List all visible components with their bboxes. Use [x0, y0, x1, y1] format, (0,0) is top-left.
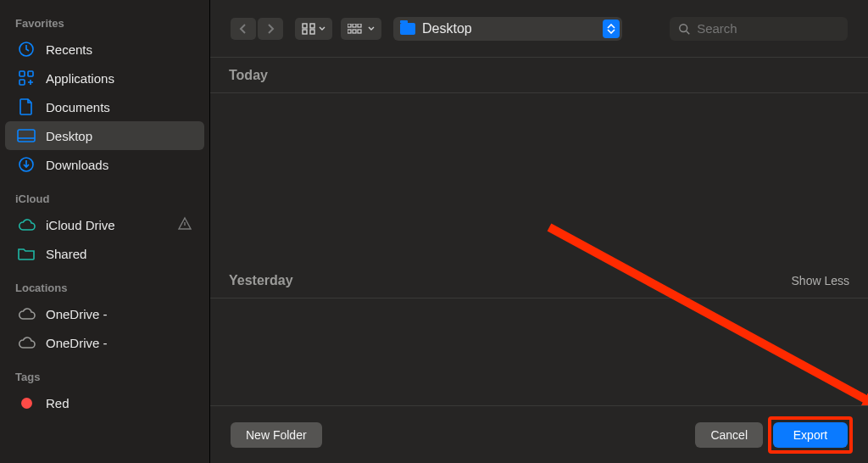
cancel-button[interactable]: Cancel — [695, 422, 763, 448]
sidebar-item-desktop[interactable]: Desktop — [5, 121, 204, 150]
group-label: Today — [229, 68, 268, 83]
svg-rect-13 — [348, 30, 351, 33]
sidebar-item-label: OneDrive - — [46, 307, 108, 321]
cloud-outline-icon — [17, 305, 36, 322]
sidebar-item-label: OneDrive - — [46, 336, 108, 350]
sidebar-item-label: Desktop — [46, 129, 92, 143]
group-body-yesterday[interactable] — [210, 298, 868, 392]
group-header-yesterday: Yesterday Show Less — [210, 263, 868, 298]
svg-rect-1 — [19, 71, 25, 76]
location-stepper-icon — [603, 20, 620, 38]
sidebar-item-icloud-drive[interactable]: iCloud Drive — [5, 210, 204, 239]
sidebar-item-tag-red[interactable]: Red — [5, 388, 204, 417]
sidebar-section-tags: Tags — [0, 367, 209, 388]
svg-point-16 — [680, 24, 687, 31]
nav-forward-button[interactable] — [258, 18, 283, 40]
sidebar-item-onedrive-2[interactable]: OneDrive - — [5, 328, 204, 357]
cloud-outline-icon — [17, 334, 36, 351]
clock-icon — [17, 41, 36, 58]
svg-rect-3 — [19, 80, 25, 85]
sidebar-section-icloud: iCloud — [0, 189, 209, 210]
sidebar-section-locations: Locations — [0, 278, 209, 299]
location-label: Desktop — [422, 21, 472, 36]
sidebar-item-onedrive-1[interactable]: OneDrive - — [5, 299, 204, 328]
nav-back-button[interactable] — [231, 18, 256, 40]
folder-icon — [400, 23, 415, 35]
sidebar-item-applications[interactable]: Applications — [5, 64, 204, 92]
search-field[interactable] — [670, 17, 848, 41]
svg-rect-10 — [348, 24, 351, 27]
apps-icon — [17, 70, 36, 86]
sidebar-item-label: Shared — [46, 247, 86, 261]
svg-rect-8 — [303, 30, 307, 34]
chevron-down-icon — [319, 26, 326, 31]
annotation-highlight-box — [768, 416, 853, 454]
location-popup[interactable]: Desktop — [393, 17, 622, 41]
search-input[interactable] — [697, 21, 839, 36]
svg-rect-15 — [358, 30, 361, 33]
tag-dot-icon — [17, 394, 36, 411]
svg-rect-14 — [353, 30, 356, 33]
group-body-today[interactable] — [210, 93, 868, 263]
shared-folder-icon — [17, 245, 36, 262]
warning-icon — [177, 216, 192, 234]
main-pane: Desktop Today Yesterday Show Less — [210, 0, 868, 463]
sidebar-item-label: Applications — [46, 71, 114, 86]
view-mode-icons-button[interactable] — [295, 18, 332, 40]
toolbar: Desktop — [210, 0, 868, 58]
show-less-button[interactable]: Show Less — [792, 274, 849, 287]
sidebar-section-favorites: Favorites — [0, 14, 209, 35]
file-browser-content: Today Yesterday Show Less — [210, 58, 868, 405]
sidebar-item-label: Red — [46, 396, 70, 410]
group-header-today: Today — [210, 58, 868, 93]
cloud-icon — [17, 216, 36, 233]
svg-rect-2 — [28, 71, 33, 76]
sidebar-item-label: Recents — [46, 42, 92, 57]
svg-rect-6 — [303, 24, 307, 28]
sidebar-item-label: Documents — [46, 100, 110, 114]
sidebar: Favorites Recents Applications Documents… — [0, 0, 210, 463]
sidebar-item-label: iCloud Drive — [46, 218, 115, 232]
search-icon — [678, 22, 690, 36]
chevron-down-icon — [368, 26, 375, 31]
group-label: Yesterday — [229, 273, 293, 288]
svg-rect-4 — [18, 130, 35, 142]
svg-rect-7 — [310, 24, 314, 28]
sidebar-item-label: Downloads — [46, 158, 108, 172]
svg-rect-11 — [353, 24, 356, 27]
svg-rect-9 — [310, 30, 314, 34]
sidebar-item-shared[interactable]: Shared — [5, 239, 204, 268]
svg-rect-12 — [358, 24, 361, 27]
dialog-footer: New Folder Cancel Export — [210, 405, 868, 463]
download-icon — [17, 156, 36, 173]
sidebar-item-documents[interactable]: Documents — [5, 92, 204, 121]
sidebar-item-downloads[interactable]: Downloads — [5, 150, 204, 179]
desktop-icon — [17, 127, 36, 144]
new-folder-button[interactable]: New Folder — [231, 422, 322, 448]
sidebar-item-recents[interactable]: Recents — [5, 35, 204, 64]
document-icon — [17, 98, 36, 115]
view-group-button[interactable] — [341, 18, 381, 40]
